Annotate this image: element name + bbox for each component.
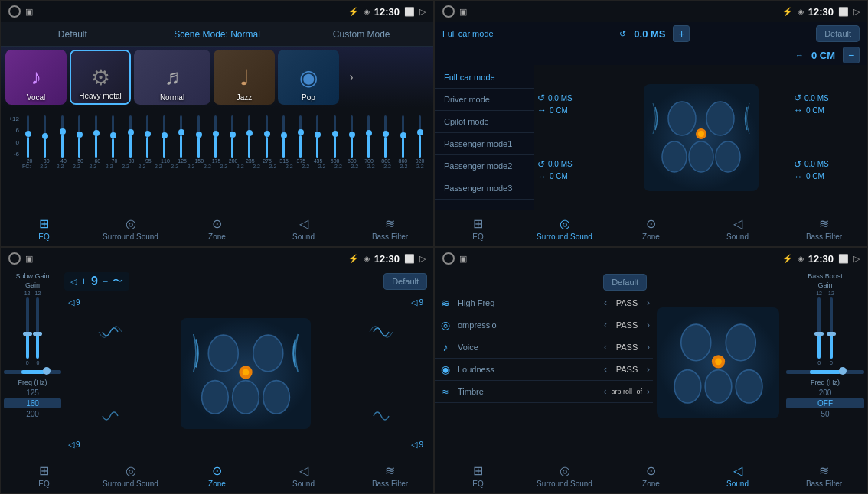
- nav-surround-b[interactable]: ◎ Surround Sound: [521, 457, 608, 493]
- highfreq-left-arrow[interactable]: ‹: [604, 297, 607, 308]
- timbre-right-arrow[interactable]: ›: [647, 386, 650, 397]
- nav-eq-s[interactable]: ⊞ EQ: [435, 210, 521, 246]
- cm-minus-btn[interactable]: −: [843, 47, 860, 63]
- nav-zone-b[interactable]: ⊙ Zone: [608, 457, 694, 493]
- voice-left-arrow[interactable]: ‹: [604, 342, 607, 353]
- sound-default-btn[interactable]: Default: [603, 274, 647, 291]
- mode-passenger2[interactable]: Passenger mode2: [435, 155, 534, 177]
- nav-sound-z[interactable]: ◁ Sound: [260, 457, 347, 493]
- eq-slider-col-3[interactable]: [72, 115, 86, 158]
- eq-slider-col-22[interactable]: [396, 115, 410, 158]
- subw-right-thumb[interactable]: [33, 332, 42, 336]
- tab-scene-mode[interactable]: Scene Mode: Normal: [145, 22, 290, 46]
- timbre-left-arrow[interactable]: ‹: [603, 386, 606, 397]
- mode-driver[interactable]: Driver mode: [435, 89, 534, 111]
- eq-slider-col-20[interactable]: [361, 115, 376, 158]
- eq-slider-col-8[interactable]: [157, 115, 171, 158]
- eq-slider-col-15[interactable]: [276, 115, 291, 158]
- subw-left-thumb[interactable]: [23, 332, 32, 336]
- nav-bassfilter-z[interactable]: ≋ Bass Filter: [347, 457, 433, 493]
- mode-cpilot[interactable]: Cpilot mode: [435, 111, 534, 133]
- freq-160-active[interactable]: 160: [4, 398, 61, 408]
- ms-plus-btn[interactable]: +: [673, 25, 690, 42]
- nav-eq[interactable]: ⊞ EQ: [1, 210, 87, 246]
- freq-200[interactable]: 200: [4, 409, 61, 419]
- nav-bassfilter-b[interactable]: ≋ Bass Filter: [781, 457, 867, 493]
- eq-slider-col-12[interactable]: [225, 115, 240, 158]
- eq-slider-col-18[interactable]: [328, 115, 342, 158]
- eq-slider-col-17[interactable]: [310, 115, 325, 158]
- nav-zone[interactable]: ⊙ Zone: [174, 210, 260, 246]
- preset-heavymetal[interactable]: ⚙ Heavy metal: [70, 50, 131, 105]
- nav-zone-z[interactable]: ⊙ Zone: [174, 457, 260, 493]
- compression-right-arrow[interactable]: ›: [647, 320, 650, 330]
- preset-pop[interactable]: ◉ Pop: [278, 50, 339, 105]
- freq-label-9: 125: [175, 158, 190, 164]
- eq-slider-col-16[interactable]: [293, 115, 308, 158]
- nav-zone-s[interactable]: ⊙ Zone: [608, 210, 694, 246]
- nav-bassfilter[interactable]: ≋ Bass Filter: [347, 210, 433, 246]
- voice-right-arrow[interactable]: ›: [647, 342, 650, 353]
- bass-right-track[interactable]: [830, 297, 833, 359]
- eq-slider-col-9[interactable]: [174, 115, 188, 158]
- nav-eq-z[interactable]: ⊞ EQ: [1, 457, 87, 493]
- nav-sound-b[interactable]: ◁ Sound: [694, 457, 781, 493]
- eq-slider-col-0[interactable]: [21, 115, 35, 158]
- tab-custom-mode[interactable]: Custom Mode: [289, 22, 433, 46]
- loudness-left-arrow[interactable]: ‹: [604, 364, 607, 375]
- preset-jazz[interactable]: ♩ Jazz: [214, 50, 275, 105]
- bass-left-thumb[interactable]: [814, 332, 824, 336]
- zone-default-btn[interactable]: Default: [383, 273, 427, 290]
- eq-slider-col-19[interactable]: [344, 115, 359, 158]
- nav-bassfilter-s[interactable]: ≋ Bass Filter: [781, 210, 867, 246]
- mode-passenger1[interactable]: Passenger mode1: [435, 133, 534, 155]
- preset-normal[interactable]: ♬ Normal: [134, 50, 210, 105]
- stepper-plus[interactable]: +: [81, 276, 86, 287]
- nav-eq-b[interactable]: ⊞ EQ: [435, 457, 521, 493]
- eq-slider-col-10[interactable]: [191, 115, 206, 158]
- eq-slider-col-6[interactable]: [123, 115, 138, 158]
- status-left: ▣: [8, 5, 33, 18]
- bass-freq-50[interactable]: 50: [786, 409, 864, 419]
- triangle-icon-b: ▷: [853, 254, 860, 264]
- tab-default[interactable]: Default: [1, 22, 145, 46]
- bass-freq-200[interactable]: 200: [786, 388, 864, 398]
- eq-slider-col-14[interactable]: [259, 115, 274, 158]
- eq-slider-col-7[interactable]: [140, 115, 155, 158]
- stepper-minus[interactable]: −: [103, 276, 108, 287]
- bass-left-track[interactable]: [817, 297, 821, 359]
- mode-fullcar[interactable]: Full car mode: [435, 67, 534, 89]
- freq-125[interactable]: 125: [4, 388, 61, 398]
- eq-slider-col-2[interactable]: [55, 115, 70, 158]
- subw-right-fill: [36, 334, 39, 359]
- eq-slider-col-23[interactable]: [413, 115, 427, 158]
- nav-sound[interactable]: ◁ Sound: [260, 210, 347, 246]
- freq-label-14: 275: [259, 158, 274, 164]
- nav-surround-z[interactable]: ◎ Surround Sound: [87, 457, 174, 493]
- eq-slider-col-1[interactable]: [38, 115, 52, 158]
- eq-slider-col-11[interactable]: [208, 115, 223, 158]
- eq-panel: ▣ ⚡ ◈ 12:30 ⬜ ▷ Default Scene Mode: Norm…: [0, 0, 434, 247]
- preset-vocal[interactable]: ♪ Vocal: [5, 50, 67, 105]
- bass-freq-off-active[interactable]: OFF: [786, 398, 864, 408]
- nav-surround[interactable]: ◎ Surround Sound: [87, 210, 174, 246]
- eq-slider-col-13[interactable]: [242, 115, 256, 158]
- nav-zone-label-s: Zone: [642, 232, 660, 241]
- loudness-right-arrow[interactable]: ›: [647, 364, 650, 375]
- highfreq-right-arrow[interactable]: ›: [647, 297, 650, 308]
- eq-slider-col-5[interactable]: [106, 115, 120, 158]
- presets-next-arrow[interactable]: ›: [342, 68, 361, 86]
- bass-h-slider[interactable]: [786, 370, 864, 374]
- compression-left-arrow[interactable]: ‹: [604, 320, 607, 330]
- nav-sound-s[interactable]: ◁ Sound: [694, 210, 781, 246]
- subw-h-slider[interactable]: [4, 370, 61, 374]
- eq-slider-col-4[interactable]: [89, 115, 103, 158]
- full-car-mode-label[interactable]: Full car mode: [442, 29, 494, 38]
- nav-surround-s[interactable]: ◎ Surround Sound: [521, 210, 608, 246]
- eq-slider-col-21[interactable]: [378, 115, 393, 158]
- surround-default-btn[interactable]: Default: [816, 25, 860, 42]
- subw-right-track[interactable]: [36, 297, 39, 359]
- subw-left-track[interactable]: [26, 297, 29, 359]
- bass-right-thumb[interactable]: [827, 332, 836, 336]
- mode-passenger3[interactable]: Passenger mode3: [435, 177, 534, 200]
